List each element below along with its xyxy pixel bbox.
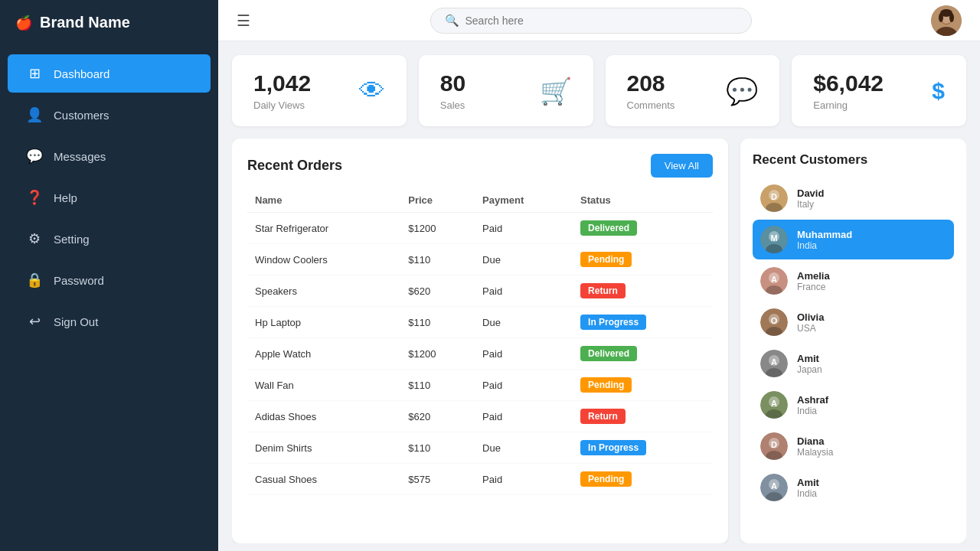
sidebar-item-help[interactable]: ❓Help <box>8 178 211 217</box>
stat-card-sales: 80 Sales 🛒 <box>419 55 593 126</box>
stat-value-comments: 208 <box>627 70 675 96</box>
stat-icon-views: 👁 <box>359 76 385 106</box>
order-status: Delivered <box>573 338 713 370</box>
svg-text:D: D <box>771 440 777 449</box>
stat-label-comments: Comments <box>627 99 675 111</box>
avatar: O <box>760 308 788 336</box>
menu-icon[interactable]: ☰ <box>237 11 250 30</box>
sidebar-item-dashboard[interactable]: ⊞Dashboard <box>8 54 211 93</box>
status-badge: Return <box>580 283 626 298</box>
sidebar-item-signout[interactable]: ↩Sign Out <box>8 302 211 341</box>
customer-info: David Italy <box>797 187 824 210</box>
stat-card-comments: 208 Comments 💬 <box>606 55 780 126</box>
svg-text:A: A <box>771 275 777 284</box>
customer-info: Muhammad India <box>797 229 852 251</box>
setting-icon: ⚙ <box>26 230 43 247</box>
dashboard-icon: ⊞ <box>26 65 43 82</box>
orders-table-header: NamePricePaymentStatus <box>247 188 713 213</box>
avatar: A <box>760 267 788 295</box>
stat-value-views: 1,042 <box>253 70 311 96</box>
sidebar-item-label-messages: Messages <box>54 150 106 163</box>
customer-country: India <box>797 240 852 251</box>
sidebar-item-label-password: Password <box>54 274 104 287</box>
customer-item[interactable]: A Amit India <box>753 468 954 507</box>
col-header-price: Price <box>400 188 475 213</box>
order-price: $110 <box>400 432 475 464</box>
stat-label-views: Daily Views <box>253 99 311 111</box>
customer-item[interactable]: O Olivia USA <box>753 302 954 342</box>
bottom-row: Recent Orders View All NamePricePaymentS… <box>232 139 966 543</box>
avatar: M <box>760 226 788 253</box>
customer-name: Amit <box>797 353 822 364</box>
order-name: Window Coolers <box>247 244 400 276</box>
sidebar-item-setting[interactable]: ⚙Setting <box>8 220 211 258</box>
brand-name: Brand Name <box>40 14 130 31</box>
stat-card-earning: $6,042 Earning $ <box>792 55 966 126</box>
avatar: A <box>760 391 788 419</box>
order-payment: Paid <box>475 370 573 401</box>
customer-name: Olivia <box>797 311 824 323</box>
status-badge: In Progress <box>580 315 646 330</box>
order-status: Pending <box>573 244 713 276</box>
customer-info: Diana Malaysia <box>797 435 833 458</box>
avatar: A <box>760 350 788 377</box>
sidebar-item-label-setting: Setting <box>54 233 90 246</box>
status-badge: Pending <box>580 471 632 487</box>
order-name: Denim Shirts <box>247 432 400 464</box>
status-badge: Return <box>580 409 626 424</box>
order-payment: Paid <box>475 276 573 307</box>
sidebar-header: 🍎 Brand Name <box>0 0 218 45</box>
table-row: Wall Fan $110 Paid Pending <box>247 370 713 401</box>
view-all-button[interactable]: View All <box>651 154 713 178</box>
order-price: $110 <box>400 307 475 338</box>
table-row: Adidas Shoes $620 Paid Return <box>247 401 713 432</box>
order-name: Apple Watch <box>247 338 400 370</box>
sidebar-item-password[interactable]: 🔒Password <box>8 261 211 299</box>
sidebar-item-label-customers: Customers <box>54 109 109 122</box>
order-status: Delivered <box>573 213 713 244</box>
stat-label-earning: Earning <box>813 99 884 111</box>
order-name: Star Refrigerator <box>247 213 400 244</box>
customer-name: Amelia <box>797 270 830 282</box>
order-price: $575 <box>400 464 475 495</box>
customer-name: Amit <box>797 477 819 488</box>
order-name: Hp Laptop <box>247 307 400 338</box>
customer-info: Amelia France <box>797 270 830 292</box>
customer-item[interactable]: A Amit Japan <box>753 344 954 383</box>
sidebar-item-messages[interactable]: 💬Messages <box>8 137 211 175</box>
customer-item[interactable]: A Amelia France <box>753 261 954 301</box>
customers-panel-title: Recent Customers <box>753 152 954 168</box>
sidebar-item-label-signout: Sign Out <box>54 315 98 328</box>
search-input[interactable] <box>466 15 737 27</box>
customer-info: Ashraf India <box>797 394 828 416</box>
customer-item[interactable]: D Diana Malaysia <box>753 426 954 466</box>
order-payment: Due <box>475 432 573 464</box>
search-bar: 🔍 <box>430 8 752 34</box>
customer-country: Italy <box>797 199 824 210</box>
orders-table: NamePricePaymentStatus Star Refrigerator… <box>247 188 713 495</box>
orders-header: Recent Orders View All <box>247 154 713 178</box>
stat-icon-comments: 💬 <box>726 76 758 106</box>
table-row: Speakers $620 Paid Return <box>247 276 713 307</box>
customer-item[interactable]: M Muhammad India <box>753 220 954 259</box>
customer-country: India <box>797 406 828 416</box>
order-price: $620 <box>400 401 475 432</box>
order-price: $1200 <box>400 213 475 244</box>
sidebar-item-customers[interactable]: 👤Customers <box>8 96 211 134</box>
customer-item[interactable]: A Ashraf India <box>753 385 954 425</box>
customer-item[interactable]: D David Italy <box>753 178 954 218</box>
order-name: Speakers <box>247 276 400 307</box>
order-price: $1200 <box>400 338 475 370</box>
order-status: Pending <box>573 464 713 495</box>
order-price: $110 <box>400 370 475 401</box>
order-payment: Paid <box>475 338 573 370</box>
svg-point-5 <box>939 13 943 22</box>
sidebar-item-label-help: Help <box>54 191 77 204</box>
customer-info: Amit Japan <box>797 353 822 375</box>
sidebar-nav: ⊞Dashboard👤Customers💬Messages❓Help⚙Setti… <box>0 53 218 342</box>
stat-left-sales: 80 Sales <box>440 70 466 111</box>
svg-text:A: A <box>771 399 777 408</box>
order-status: In Progress <box>573 307 713 338</box>
customer-country: India <box>797 488 819 499</box>
user-avatar[interactable] <box>931 5 962 36</box>
